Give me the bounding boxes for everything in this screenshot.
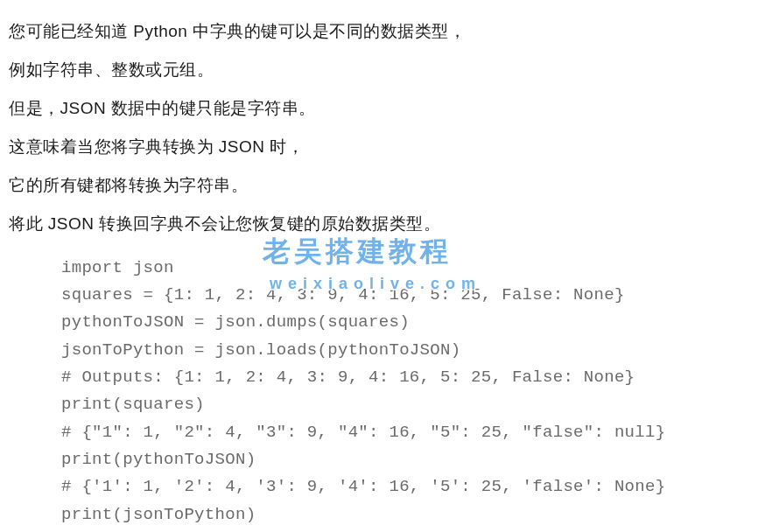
prose-line: 将此 JSON 转换回字典不会让您恢复键的原始数据类型。 [9, 208, 763, 240]
prose-line: 这意味着当您将字典转换为 JSON 时， [9, 131, 763, 163]
prose-line: 例如字符串、整数或元组。 [9, 54, 763, 86]
prose-line: 您可能已经知道 Python 中字典的键可以是不同的数据类型， [9, 16, 763, 47]
prose-line: 但是，JSON 数据中的键只能是字符串。 [9, 93, 763, 124]
prose-line: 它的所有键都将转换为字符串。 [9, 170, 763, 201]
document-content: 您可能已经知道 Python 中字典的键可以是不同的数据类型， 例如字符串、整数… [0, 0, 772, 532]
code-block: import json squares = {1: 1, 2: 4, 3: 9,… [9, 255, 763, 528]
